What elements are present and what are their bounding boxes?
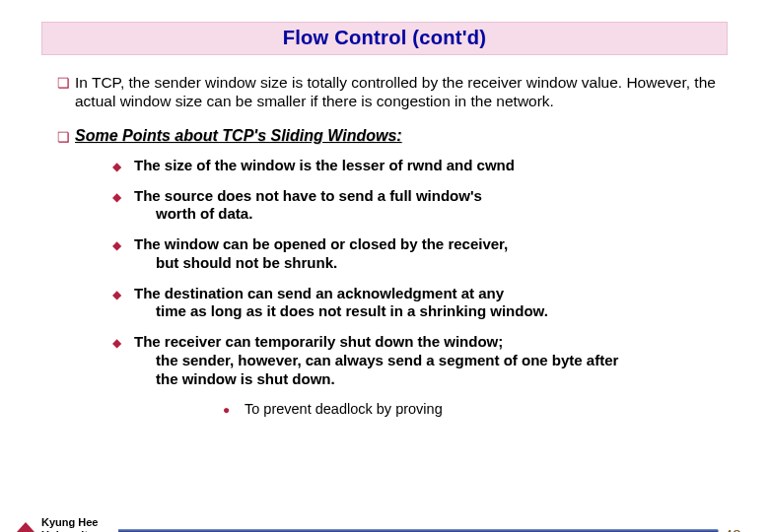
list-item: ◆ The receiver can temporarily shut down…	[112, 333, 737, 388]
diamond-bullet-icon: ◆	[112, 235, 134, 273]
point-text: The receiver can temporarily shut down t…	[134, 333, 737, 388]
diamond-bullet-icon: ◆	[112, 157, 134, 175]
diamond-bullet-icon: ◆	[112, 187, 134, 225]
slide: Flow Control (cont'd) ❏ In TCP, the send…	[0, 22, 769, 532]
footer: Kyung Hee University 48	[0, 497, 769, 532]
page-number: 48	[724, 528, 741, 532]
point-text: The destination can send an acknowledgme…	[134, 285, 666, 322]
list-item: ◆ The source does not have to send a ful…	[112, 187, 737, 225]
sub-note: ● To prevent deadlock by proving	[112, 400, 737, 418]
sub-note-text: To prevent deadlock by proving	[245, 400, 443, 418]
square-bullet-icon: ❏	[57, 73, 75, 111]
list-item: ◆ The destination can send an acknowledg…	[112, 285, 737, 322]
intro-text: In TCP, the sender window size is totall…	[75, 73, 737, 111]
dot-bullet-icon: ●	[223, 400, 245, 418]
university-line1: Kyung Hee	[41, 516, 98, 529]
point-text: The size of the window is the lesser of …	[134, 157, 633, 175]
subhead-bullet: ❏ Some Points about TCP's Sliding Window…	[57, 127, 737, 145]
diamond-bullet-icon: ◆	[112, 333, 134, 388]
list-item: ◆ The window can be opened or closed by …	[112, 235, 737, 273]
slide-title: Flow Control (cont'd)	[283, 27, 487, 48]
points-list: ◆ The size of the window is the lesser o…	[57, 157, 737, 419]
diamond-bullet-icon: ◆	[112, 285, 134, 322]
university-name: Kyung Hee University	[41, 516, 98, 532]
subhead-text: Some Points about TCP's Sliding Windows:	[75, 127, 402, 145]
content-area: ❏ In TCP, the sender window size is tota…	[0, 55, 769, 418]
point-text: The source does not have to send a full …	[134, 187, 600, 225]
intro-bullet: ❏ In TCP, the sender window size is tota…	[57, 73, 737, 111]
svg-marker-1	[17, 522, 35, 532]
list-item: ◆ The size of the window is the lesser o…	[112, 157, 737, 175]
square-bullet-icon: ❏	[57, 127, 75, 145]
title-bar: Flow Control (cont'd)	[41, 22, 728, 55]
university-logo-icon	[14, 519, 37, 532]
point-text: The window can be opened or closed by th…	[134, 235, 626, 273]
